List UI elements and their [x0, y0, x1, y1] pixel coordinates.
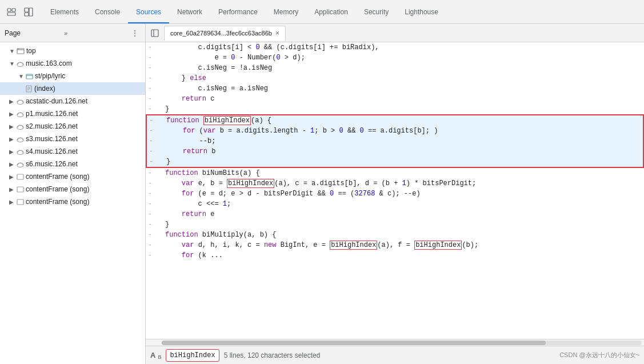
code-line-highlight-top: - function biHighIndex(a) {: [146, 114, 644, 126]
tree-label-cf1: contentFrame (song): [26, 173, 89, 181]
tab-memory[interactable]: Memory: [266, 2, 306, 23]
tree-label-cf2: contentFrame (song): [26, 185, 89, 193]
tree-item-cf3[interactable]: ▶ contentFrame (song): [0, 195, 145, 208]
scrollbar-thumb[interactable]: [162, 341, 546, 345]
regex-icon[interactable]: A: [150, 351, 155, 359]
tree-label-music163: music.163.com: [26, 59, 72, 67]
code-text: c <<= 1;: [163, 199, 644, 209]
code-line: - for (k ...: [146, 250, 644, 261]
code-area[interactable]: - c.digits[i] < 0 && (c.digits[i] += biR…: [146, 42, 644, 339]
search-box[interactable]: biHighIndex: [166, 349, 219, 362]
code-text: }: [163, 219, 644, 230]
tree-label-p1: p1.music.126.net: [26, 110, 78, 118]
code-text: }: [164, 157, 643, 167]
frame-icon: [17, 198, 24, 206]
cloud-icon: [17, 161, 24, 168]
tree-arrow-icon: ▼: [9, 48, 15, 54]
devtools-toolbar: Elements Console Sources Network Perform…: [0, 0, 644, 24]
code-line-highlight-mid2: - --b;: [146, 136, 644, 146]
code-text: function biHighIndex(a) {: [164, 115, 643, 126]
svg-rect-6: [17, 49, 24, 54]
code-line: - function biNumBits(a) {: [146, 168, 644, 178]
tree-item-p1[interactable]: ▶ p1.music.126.net: [0, 107, 145, 120]
sidebar: Page » ⋮ ▼ top ▼ music.163.com: [0, 24, 146, 364]
tree-item-s2[interactable]: ▶ s2.music.126.net: [0, 120, 145, 133]
code-line: - e = 0 - Number(0 > d);: [146, 53, 644, 63]
cloud-icon: [17, 110, 24, 118]
tree-item-s6[interactable]: ▶ s6.music.126.net: [0, 158, 145, 170]
watermark-text: CSDN @永远十八的小仙女~: [559, 351, 639, 359]
line-gutter: -: [146, 230, 163, 240]
sidebar-menu-icon[interactable]: ⋮: [129, 27, 141, 39]
horizontal-scrollbar[interactable]: [146, 339, 644, 346]
tree-arrow-icon: ▶: [9, 161, 15, 167]
sidebar-chevron-icon[interactable]: »: [64, 30, 67, 37]
tree-item-cf1[interactable]: ▶ contentFrame (song): [0, 170, 145, 183]
line-gutter: -: [147, 126, 164, 136]
tab-sources[interactable]: Sources: [128, 2, 169, 23]
frame-icon: [17, 186, 24, 193]
cloud-icon: [17, 123, 24, 130]
file-tab[interactable]: core_60a2789634...3fec6cc63ac86b ×: [164, 26, 286, 41]
tree-label-stpip: st/pip/lyric: [35, 72, 65, 80]
tab-application[interactable]: Application: [306, 2, 356, 23]
regex-subscript-icon: B: [158, 354, 161, 360]
line-gutter: -: [146, 73, 163, 83]
tab-performance[interactable]: Performance: [210, 2, 266, 23]
tree-label-cf3: contentFrame (song): [26, 198, 89, 206]
tree-item-stpip[interactable]: ▼ st/pip/lyric: [0, 70, 145, 82]
line-gutter: -: [146, 83, 163, 94]
svg-rect-17: [17, 187, 23, 192]
cloud-icon: [17, 148, 24, 155]
frame-icon: [17, 173, 24, 181]
code-text: c.digits[i] < 0 && (c.digits[i] += biRad…: [163, 42, 644, 53]
svg-rect-4: [25, 13, 29, 16]
file-tab-name: core_60a2789634...3fec6cc63ac86b: [170, 30, 272, 37]
inspect-icon[interactable]: [22, 5, 35, 19]
tree-arrow-icon: ▶: [9, 186, 15, 193]
tree-label-s2: s2.music.126.net: [26, 122, 78, 130]
devtools-toggle-icon[interactable]: [5, 5, 18, 19]
bottom-bar: A B biHighIndex 5 lines, 120 characters …: [146, 346, 644, 364]
line-gutter: -: [146, 42, 163, 53]
tree-arrow-icon: ▶: [9, 98, 15, 105]
tree-arrow-icon: ▼: [18, 73, 24, 79]
code-text: e = 0 - Number(0 > d);: [163, 53, 644, 63]
tree-item-acstatic[interactable]: ▶ acstatic-dun.126.net: [0, 95, 145, 107]
tab-console[interactable]: Console: [87, 2, 128, 23]
cloud-icon: [17, 60, 24, 67]
line-gutter: -: [147, 115, 164, 126]
main-container: Page » ⋮ ▼ top ▼ music.163.com: [0, 24, 644, 364]
file-tabs-bar: core_60a2789634...3fec6cc63ac86b ×: [146, 24, 644, 42]
file-tab-close-icon[interactable]: ×: [275, 29, 279, 37]
tab-elements[interactable]: Elements: [42, 2, 87, 23]
code-text: for (var b = a.digits.length - 1; b > 0 …: [164, 126, 643, 136]
scrollbar-track[interactable]: [162, 341, 642, 345]
tree-item-music163[interactable]: ▼ music.163.com: [0, 57, 145, 70]
toolbar-icons: [5, 5, 35, 19]
code-line: - }: [146, 104, 644, 114]
tree-item-index[interactable]: (index): [0, 82, 145, 95]
sidebar-tree: ▼ top ▼ music.163.com ▼ st/pip/lyric: [0, 42, 145, 364]
tree-label-index: (index): [34, 85, 55, 93]
tree-item-cf2[interactable]: ▶ contentFrame (song): [0, 183, 145, 195]
code-text: c.isNeg = a.isNeg: [163, 83, 644, 94]
tree-item-top[interactable]: ▼ top: [0, 45, 145, 57]
tree-label-acstatic: acstatic-dun.126.net: [26, 97, 87, 105]
tab-list: Elements Console Sources Network Perform…: [42, 0, 446, 23]
code-panel: core_60a2789634...3fec6cc63ac86b × - c.d…: [146, 24, 644, 364]
search-query: biHighIndex: [170, 351, 215, 359]
sidebar-header: Page » ⋮: [0, 24, 145, 42]
tree-arrow-icon: ▶: [9, 111, 15, 117]
sidebar-toggle-button[interactable]: [148, 26, 162, 40]
tree-item-s4[interactable]: ▶ s4.music.126.net: [0, 145, 145, 158]
tree-label-s3: s3.music.126.net: [26, 135, 78, 143]
tree-item-s3[interactable]: ▶ s3.music.126.net: [0, 133, 145, 145]
tab-lighthouse[interactable]: Lighthouse: [397, 2, 446, 23]
code-line: - var d, h, i, k, c = new BigInt, e = bi…: [146, 240, 644, 250]
svg-rect-0: [7, 9, 11, 11]
code-line: - c.digits[i] < 0 && (c.digits[i] += biR…: [146, 42, 644, 53]
tab-network[interactable]: Network: [169, 2, 210, 23]
code-text: for (k ...: [163, 250, 644, 261]
tab-security[interactable]: Security: [356, 2, 397, 23]
